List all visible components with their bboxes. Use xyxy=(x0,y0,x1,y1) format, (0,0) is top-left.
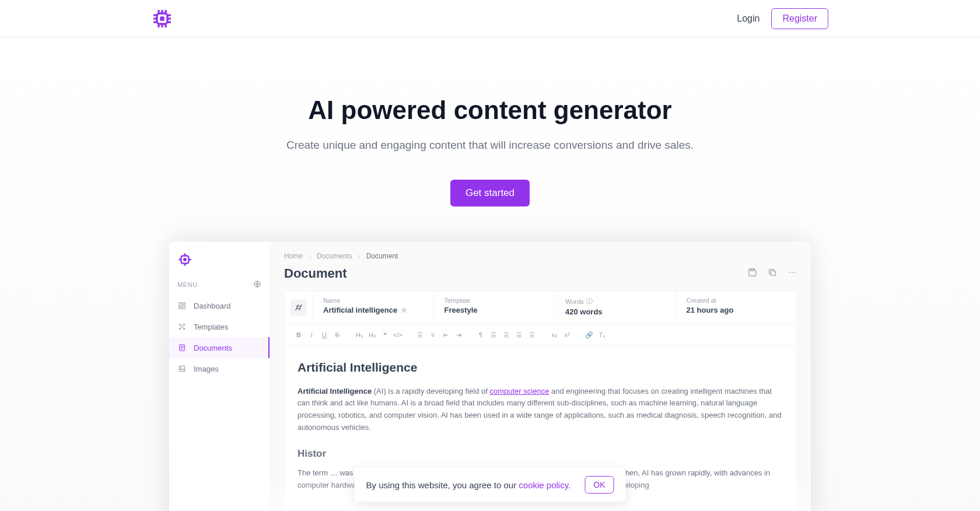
align-left-button[interactable]: ☰ xyxy=(488,329,499,341)
list-ol-button[interactable]: ≡ xyxy=(427,329,439,341)
meta-words-label: Words xyxy=(565,298,584,305)
svg-point-26 xyxy=(183,324,184,325)
doc-type-icon xyxy=(285,291,313,324)
meta-template-label: Template xyxy=(444,297,544,304)
images-icon xyxy=(177,364,187,373)
dashboard-icon xyxy=(177,301,187,310)
more-icon[interactable] xyxy=(788,268,797,279)
cookie-text: By using this website, you agree to our … xyxy=(366,480,571,490)
meta-name-value: Artificial intelligence xyxy=(323,306,397,314)
underline-button[interactable]: U xyxy=(318,329,330,341)
code-button[interactable]: </> xyxy=(392,329,404,341)
align-right-button[interactable]: ☰ xyxy=(513,329,525,341)
link-button[interactable]: 🔗 xyxy=(583,329,595,341)
cookie-policy-link[interactable]: cookie policy xyxy=(519,480,568,490)
meta-created-value: 21 hours ago xyxy=(687,306,786,314)
svg-point-25 xyxy=(179,324,180,325)
h2-button[interactable]: H₂ xyxy=(366,329,378,341)
app-logo[interactable] xyxy=(152,8,173,29)
list-ul-button[interactable]: ☰ xyxy=(414,329,426,341)
sidebar-item-label: Dashboard xyxy=(194,302,231,310)
indent-button[interactable]: ⇥ xyxy=(453,329,464,341)
meta-template-value: Freestyle xyxy=(444,306,544,314)
document-title: Document xyxy=(284,266,347,281)
globe-icon[interactable] xyxy=(253,280,261,289)
sidebar-item-documents[interactable]: Documents xyxy=(169,337,270,358)
sidebar-item-dashboard[interactable]: Dashboard xyxy=(169,295,270,316)
sidebar-item-label: Templates xyxy=(194,323,228,331)
breadcrumb-documents[interactable]: Documents xyxy=(317,252,352,260)
info-icon[interactable]: ⓘ xyxy=(586,297,593,306)
svg-point-38 xyxy=(789,272,790,273)
svg-point-40 xyxy=(794,272,796,273)
svg-point-29 xyxy=(181,326,183,327)
breadcrumb: Home › Documents › Document xyxy=(270,242,811,260)
computer-science-link[interactable]: computer science xyxy=(489,387,549,396)
strike-button[interactable]: S xyxy=(331,329,343,341)
svg-rect-34 xyxy=(179,366,184,371)
svg-point-39 xyxy=(792,272,793,273)
clear-format-button[interactable]: Tₓ xyxy=(596,329,608,341)
meta-words-value: 420 words xyxy=(565,307,665,316)
register-button[interactable]: Register xyxy=(771,8,828,29)
chevron-right-icon: › xyxy=(358,252,360,260)
svg-rect-24 xyxy=(179,307,181,309)
svg-rect-21 xyxy=(179,303,181,306)
bold-button[interactable]: B xyxy=(293,329,304,341)
meta-row: Name Artificial intelligence★ Template F… xyxy=(285,291,796,324)
align-center-button[interactable]: ☰ xyxy=(501,329,512,341)
templates-icon xyxy=(177,322,187,331)
cookie-banner: By using this website, you agree to our … xyxy=(355,468,626,502)
get-started-button[interactable]: Get started xyxy=(450,180,530,206)
copy-icon[interactable] xyxy=(768,268,777,279)
article-h2: Histor xyxy=(298,446,783,461)
svg-rect-15 xyxy=(183,258,186,261)
sidebar-logo xyxy=(169,242,270,274)
svg-rect-36 xyxy=(751,269,754,271)
align-justify-button[interactable]: ☰ xyxy=(526,329,538,341)
sidebar-item-images[interactable]: Images xyxy=(169,358,270,379)
svg-point-27 xyxy=(179,328,180,329)
editor-toolbar: B I U S H₁ H₂ ❝ </> ☰ xyxy=(285,324,796,346)
svg-point-28 xyxy=(183,328,184,329)
hero-title: AI powered content generator xyxy=(0,96,980,125)
superscript-button[interactable]: x² xyxy=(561,329,573,341)
article-p1: Artificial Intelligence (AI) is a rapidl… xyxy=(298,386,783,434)
login-link[interactable]: Login xyxy=(737,13,760,24)
subscript-button[interactable]: x₂ xyxy=(548,329,560,341)
breadcrumb-current: Document xyxy=(366,252,398,260)
meta-created-label: Created at xyxy=(687,297,786,304)
chevron-right-icon: › xyxy=(309,252,311,260)
hero-subtitle: Create unique and engaging content that … xyxy=(0,139,980,152)
sidebar-item-label: Images xyxy=(194,365,219,373)
save-icon[interactable] xyxy=(748,268,757,279)
star-icon[interactable]: ★ xyxy=(401,306,408,314)
meta-name-label: Name xyxy=(323,297,423,304)
hero-section: AI powered content generator Create uniq… xyxy=(0,37,980,511)
quote-button[interactable]: ❝ xyxy=(379,329,391,341)
paragraph-button[interactable]: ¶ xyxy=(475,329,487,341)
italic-button[interactable]: I xyxy=(306,329,317,341)
breadcrumb-home[interactable]: Home xyxy=(284,252,303,260)
cookie-ok-button[interactable]: OK xyxy=(584,476,614,494)
sidebar: MENU Dashboard Templates Documents xyxy=(169,242,270,511)
svg-rect-22 xyxy=(183,303,185,304)
article-h1: Artificial Intelligence xyxy=(298,358,783,377)
svg-rect-23 xyxy=(183,306,185,309)
documents-icon xyxy=(177,343,187,352)
header: Login Register xyxy=(0,0,980,37)
svg-rect-1 xyxy=(160,16,164,21)
svg-rect-37 xyxy=(771,271,775,275)
h1-button[interactable]: H₁ xyxy=(354,329,365,341)
sidebar-item-templates[interactable]: Templates xyxy=(169,316,270,337)
outdent-button[interactable]: ⇤ xyxy=(440,329,452,341)
sidebar-item-label: Documents xyxy=(194,344,232,352)
menu-label: MENU xyxy=(177,281,197,288)
